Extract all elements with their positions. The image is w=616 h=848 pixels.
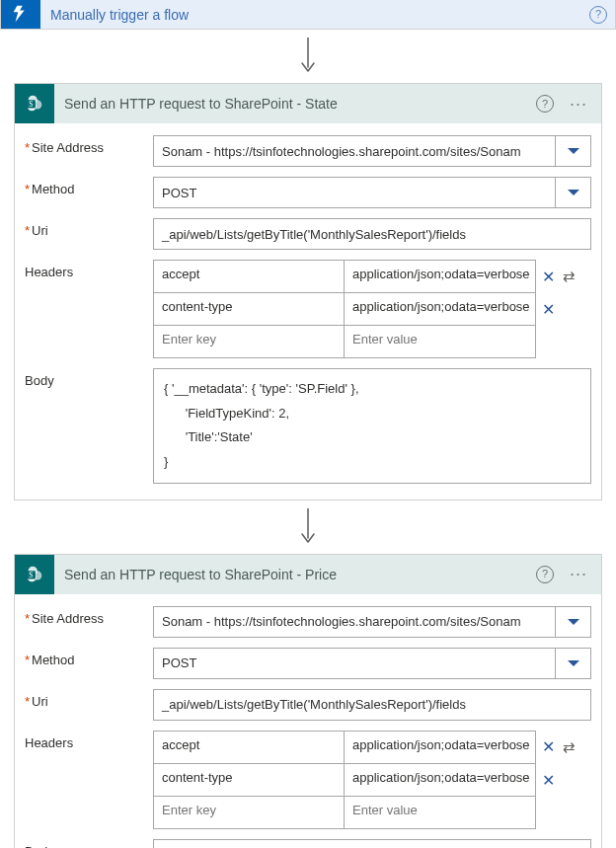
- chevron-down-icon[interactable]: [555, 178, 590, 207]
- trigger-title: Manually trigger a flow: [50, 7, 579, 23]
- chevron-down-icon[interactable]: [555, 136, 590, 166]
- switch-mode-icon[interactable]: ⇄: [563, 268, 576, 285]
- header-key-input[interactable]: accept: [154, 732, 345, 763]
- card-title: Send an HTTP request to SharePoint - Sta…: [64, 96, 526, 112]
- flow-arrow: [0, 30, 616, 83]
- more-menu[interactable]: ···: [564, 564, 593, 584]
- header-value-input[interactable]: Enter value: [345, 797, 535, 828]
- trigger-card[interactable]: Manually trigger a flow ?: [0, 0, 616, 30]
- card-header[interactable]: S Send an HTTP request to SharePoint - P…: [15, 555, 601, 594]
- sharepoint-icon: S: [15, 555, 54, 594]
- help-icon[interactable]: ?: [536, 95, 554, 113]
- sharepoint-http-card-price: S Send an HTTP request to SharePoint - P…: [14, 554, 602, 848]
- help-icon[interactable]: ?: [536, 566, 554, 583]
- card-title: Send an HTTP request to SharePoint - Pri…: [64, 567, 526, 582]
- body-input[interactable]: { '__metadata': { 'type': 'SP.Field' }, …: [153, 839, 591, 848]
- delete-header-icon[interactable]: ✕: [542, 268, 555, 286]
- label-site-address: Site Address: [25, 135, 153, 155]
- method-select[interactable]: POST: [153, 177, 591, 208]
- label-site-address: Site Address: [25, 606, 153, 626]
- switch-mode-icon[interactable]: ⇄: [563, 738, 576, 756]
- flow-arrow: [0, 501, 616, 554]
- delete-header-icon[interactable]: ✕: [542, 771, 555, 790]
- chevron-down-icon[interactable]: [555, 649, 590, 678]
- label-body: Body: [25, 368, 153, 388]
- sharepoint-icon: S: [15, 84, 54, 123]
- label-uri: Uri: [25, 689, 153, 709]
- delete-header-icon[interactable]: ✕: [542, 737, 555, 756]
- header-row: content-type application/json;odata=verb…: [154, 764, 535, 796]
- header-row: content-type application/json;odata=verb…: [154, 293, 535, 325]
- header-row-empty: Enter key Enter value: [154, 326, 535, 357]
- header-value-input[interactable]: application/json;odata=verbose: [345, 764, 535, 796]
- more-menu[interactable]: ···: [564, 94, 593, 115]
- delete-header-icon[interactable]: ✕: [542, 300, 555, 319]
- header-value-input[interactable]: application/json;odata=verbose: [345, 261, 535, 292]
- header-key-input[interactable]: content-type: [154, 764, 345, 796]
- header-row: accept application/json;odata=verbose: [154, 261, 535, 292]
- header-row-empty: Enter key Enter value: [154, 797, 535, 828]
- site-address-select[interactable]: Sonam - https://tsinfotechnologies.share…: [153, 606, 591, 638]
- sharepoint-http-card-state: S Send an HTTP request to SharePoint - S…: [14, 83, 602, 501]
- svg-text:S: S: [29, 100, 33, 109]
- header-key-input[interactable]: content-type: [154, 293, 345, 325]
- chevron-down-icon[interactable]: [555, 607, 590, 637]
- header-row: accept application/json;odata=verbose: [154, 732, 535, 763]
- method-select[interactable]: POST: [153, 648, 591, 679]
- label-uri: Uri: [25, 218, 153, 238]
- header-value-input[interactable]: Enter value: [345, 326, 535, 357]
- uri-input[interactable]: _api/web/Lists/getByTitle('MonthlySalesR…: [153, 689, 591, 721]
- header-value-input[interactable]: application/json;odata=verbose: [345, 293, 535, 325]
- label-headers: Headers: [25, 260, 153, 279]
- header-key-input[interactable]: Enter key: [154, 326, 345, 357]
- label-body: Body: [25, 839, 153, 848]
- body-input[interactable]: { '__metadata': { 'type': 'SP.Field' }, …: [153, 368, 591, 484]
- site-address-select[interactable]: Sonam - https://tsinfotechnologies.share…: [153, 135, 591, 167]
- label-method: Method: [25, 648, 153, 667]
- card-header[interactable]: S Send an HTTP request to SharePoint - S…: [15, 84, 601, 123]
- label-method: Method: [25, 177, 153, 196]
- header-value-input[interactable]: application/json;odata=verbose: [345, 732, 535, 763]
- help-icon[interactable]: ?: [589, 6, 607, 24]
- header-key-input[interactable]: accept: [154, 261, 345, 292]
- uri-input[interactable]: _api/web/Lists/getByTitle('MonthlySalesR…: [153, 218, 591, 250]
- header-key-input[interactable]: Enter key: [154, 797, 345, 828]
- trigger-icon: [1, 0, 40, 30]
- label-headers: Headers: [25, 731, 153, 750]
- svg-text:S: S: [29, 571, 33, 579]
